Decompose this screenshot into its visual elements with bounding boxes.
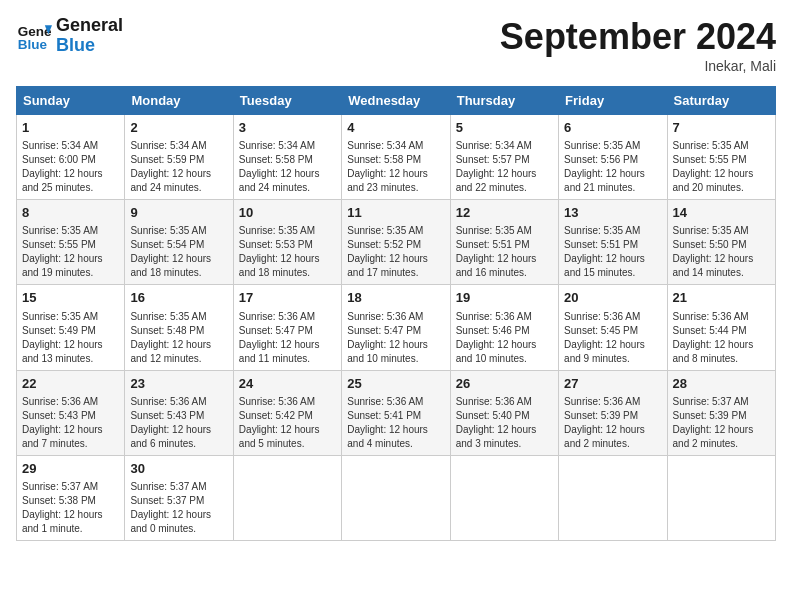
calendar-week-row: 8Sunrise: 5:35 AM Sunset: 5:55 PM Daylig… (17, 200, 776, 285)
day-number: 21 (673, 289, 770, 307)
weekday-header-monday: Monday (125, 87, 233, 115)
calendar-cell: 19Sunrise: 5:36 AM Sunset: 5:46 PM Dayli… (450, 285, 558, 370)
calendar-cell: 25Sunrise: 5:36 AM Sunset: 5:41 PM Dayli… (342, 370, 450, 455)
location: Inekar, Mali (500, 58, 776, 74)
calendar-cell (450, 455, 558, 540)
day-info: Sunrise: 5:37 AM Sunset: 5:39 PM Dayligh… (673, 395, 770, 451)
calendar-week-row: 29Sunrise: 5:37 AM Sunset: 5:38 PM Dayli… (17, 455, 776, 540)
day-info: Sunrise: 5:35 AM Sunset: 5:49 PM Dayligh… (22, 310, 119, 366)
calendar-cell (559, 455, 667, 540)
day-number: 30 (130, 460, 227, 478)
calendar-cell (233, 455, 341, 540)
calendar-cell: 14Sunrise: 5:35 AM Sunset: 5:50 PM Dayli… (667, 200, 775, 285)
weekday-header-saturday: Saturday (667, 87, 775, 115)
svg-text:Blue: Blue (18, 36, 48, 51)
day-number: 25 (347, 375, 444, 393)
calendar-cell: 26Sunrise: 5:36 AM Sunset: 5:40 PM Dayli… (450, 370, 558, 455)
day-number: 19 (456, 289, 553, 307)
day-info: Sunrise: 5:34 AM Sunset: 5:58 PM Dayligh… (239, 139, 336, 195)
day-info: Sunrise: 5:34 AM Sunset: 5:59 PM Dayligh… (130, 139, 227, 195)
calendar-cell: 28Sunrise: 5:37 AM Sunset: 5:39 PM Dayli… (667, 370, 775, 455)
day-number: 24 (239, 375, 336, 393)
weekday-header-tuesday: Tuesday (233, 87, 341, 115)
day-number: 23 (130, 375, 227, 393)
calendar-cell (342, 455, 450, 540)
calendar-cell: 6Sunrise: 5:35 AM Sunset: 5:56 PM Daylig… (559, 115, 667, 200)
day-info: Sunrise: 5:36 AM Sunset: 5:41 PM Dayligh… (347, 395, 444, 451)
day-info: Sunrise: 5:34 AM Sunset: 6:00 PM Dayligh… (22, 139, 119, 195)
day-info: Sunrise: 5:35 AM Sunset: 5:55 PM Dayligh… (673, 139, 770, 195)
day-info: Sunrise: 5:36 AM Sunset: 5:43 PM Dayligh… (130, 395, 227, 451)
logo-icon: General Blue (16, 18, 52, 54)
calendar-cell: 1Sunrise: 5:34 AM Sunset: 6:00 PM Daylig… (17, 115, 125, 200)
day-info: Sunrise: 5:37 AM Sunset: 5:37 PM Dayligh… (130, 480, 227, 536)
day-info: Sunrise: 5:35 AM Sunset: 5:52 PM Dayligh… (347, 224, 444, 280)
day-info: Sunrise: 5:37 AM Sunset: 5:38 PM Dayligh… (22, 480, 119, 536)
day-info: Sunrise: 5:36 AM Sunset: 5:45 PM Dayligh… (564, 310, 661, 366)
calendar-cell (667, 455, 775, 540)
day-info: Sunrise: 5:35 AM Sunset: 5:54 PM Dayligh… (130, 224, 227, 280)
day-info: Sunrise: 5:34 AM Sunset: 5:58 PM Dayligh… (347, 139, 444, 195)
calendar-cell: 9Sunrise: 5:35 AM Sunset: 5:54 PM Daylig… (125, 200, 233, 285)
day-info: Sunrise: 5:35 AM Sunset: 5:53 PM Dayligh… (239, 224, 336, 280)
calendar-cell: 12Sunrise: 5:35 AM Sunset: 5:51 PM Dayli… (450, 200, 558, 285)
day-info: Sunrise: 5:35 AM Sunset: 5:51 PM Dayligh… (564, 224, 661, 280)
day-number: 10 (239, 204, 336, 222)
day-info: Sunrise: 5:36 AM Sunset: 5:43 PM Dayligh… (22, 395, 119, 451)
weekday-header-friday: Friday (559, 87, 667, 115)
day-info: Sunrise: 5:35 AM Sunset: 5:56 PM Dayligh… (564, 139, 661, 195)
day-number: 5 (456, 119, 553, 137)
calendar-cell: 10Sunrise: 5:35 AM Sunset: 5:53 PM Dayli… (233, 200, 341, 285)
calendar-cell: 21Sunrise: 5:36 AM Sunset: 5:44 PM Dayli… (667, 285, 775, 370)
day-number: 22 (22, 375, 119, 393)
day-info: Sunrise: 5:34 AM Sunset: 5:57 PM Dayligh… (456, 139, 553, 195)
calendar-cell: 27Sunrise: 5:36 AM Sunset: 5:39 PM Dayli… (559, 370, 667, 455)
day-number: 14 (673, 204, 770, 222)
day-info: Sunrise: 5:35 AM Sunset: 5:50 PM Dayligh… (673, 224, 770, 280)
calendar-table: SundayMondayTuesdayWednesdayThursdayFrid… (16, 86, 776, 541)
day-number: 8 (22, 204, 119, 222)
day-number: 2 (130, 119, 227, 137)
day-number: 16 (130, 289, 227, 307)
calendar-cell: 5Sunrise: 5:34 AM Sunset: 5:57 PM Daylig… (450, 115, 558, 200)
day-number: 4 (347, 119, 444, 137)
day-number: 20 (564, 289, 661, 307)
day-number: 18 (347, 289, 444, 307)
calendar-cell: 13Sunrise: 5:35 AM Sunset: 5:51 PM Dayli… (559, 200, 667, 285)
calendar-cell: 15Sunrise: 5:35 AM Sunset: 5:49 PM Dayli… (17, 285, 125, 370)
calendar-cell: 17Sunrise: 5:36 AM Sunset: 5:47 PM Dayli… (233, 285, 341, 370)
day-number: 7 (673, 119, 770, 137)
day-number: 3 (239, 119, 336, 137)
day-info: Sunrise: 5:36 AM Sunset: 5:39 PM Dayligh… (564, 395, 661, 451)
day-number: 15 (22, 289, 119, 307)
page-header: General Blue General Blue September 2024… (16, 16, 776, 74)
day-number: 9 (130, 204, 227, 222)
weekday-header-wednesday: Wednesday (342, 87, 450, 115)
title-area: September 2024 Inekar, Mali (500, 16, 776, 74)
weekday-header-thursday: Thursday (450, 87, 558, 115)
day-info: Sunrise: 5:36 AM Sunset: 5:40 PM Dayligh… (456, 395, 553, 451)
day-number: 26 (456, 375, 553, 393)
day-info: Sunrise: 5:36 AM Sunset: 5:46 PM Dayligh… (456, 310, 553, 366)
calendar-week-row: 22Sunrise: 5:36 AM Sunset: 5:43 PM Dayli… (17, 370, 776, 455)
calendar-cell: 8Sunrise: 5:35 AM Sunset: 5:55 PM Daylig… (17, 200, 125, 285)
calendar-cell: 29Sunrise: 5:37 AM Sunset: 5:38 PM Dayli… (17, 455, 125, 540)
day-info: Sunrise: 5:35 AM Sunset: 5:55 PM Dayligh… (22, 224, 119, 280)
weekday-header-row: SundayMondayTuesdayWednesdayThursdayFrid… (17, 87, 776, 115)
calendar-cell: 22Sunrise: 5:36 AM Sunset: 5:43 PM Dayli… (17, 370, 125, 455)
logo-text: General Blue (56, 16, 123, 56)
calendar-cell: 23Sunrise: 5:36 AM Sunset: 5:43 PM Dayli… (125, 370, 233, 455)
day-number: 1 (22, 119, 119, 137)
logo: General Blue General Blue (16, 16, 123, 56)
calendar-cell: 4Sunrise: 5:34 AM Sunset: 5:58 PM Daylig… (342, 115, 450, 200)
calendar-week-row: 15Sunrise: 5:35 AM Sunset: 5:49 PM Dayli… (17, 285, 776, 370)
day-info: Sunrise: 5:36 AM Sunset: 5:42 PM Dayligh… (239, 395, 336, 451)
calendar-cell: 24Sunrise: 5:36 AM Sunset: 5:42 PM Dayli… (233, 370, 341, 455)
calendar-cell: 11Sunrise: 5:35 AM Sunset: 5:52 PM Dayli… (342, 200, 450, 285)
day-number: 27 (564, 375, 661, 393)
day-info: Sunrise: 5:35 AM Sunset: 5:51 PM Dayligh… (456, 224, 553, 280)
calendar-cell: 7Sunrise: 5:35 AM Sunset: 5:55 PM Daylig… (667, 115, 775, 200)
calendar-cell: 16Sunrise: 5:35 AM Sunset: 5:48 PM Dayli… (125, 285, 233, 370)
day-number: 29 (22, 460, 119, 478)
day-info: Sunrise: 5:36 AM Sunset: 5:47 PM Dayligh… (239, 310, 336, 366)
